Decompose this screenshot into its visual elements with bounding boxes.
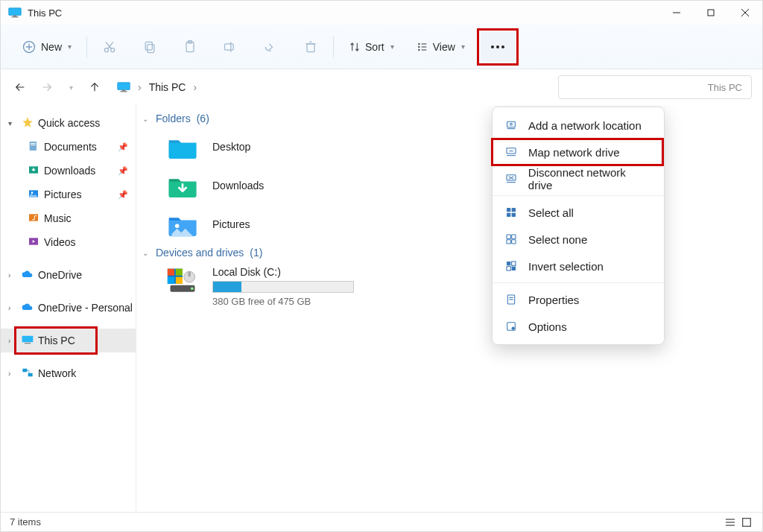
navigation-pane: ▾ Quick access Documents 📌 Downloads 📌 P… <box>1 105 136 512</box>
chevron-right-icon[interactable]: › <box>8 370 17 378</box>
menu-item-add-network-location[interactable]: Add a network location <box>493 112 664 139</box>
svg-rect-70 <box>507 235 510 238</box>
forward-button[interactable] <box>38 78 56 96</box>
svg-rect-67 <box>512 208 516 212</box>
svg-rect-1 <box>13 16 17 17</box>
select-none-icon <box>504 232 518 246</box>
chevron-down-icon: ▾ <box>68 42 72 51</box>
sidebar-item-onedrive[interactable]: › OneDrive <box>1 263 136 287</box>
menu-label: Select none <box>528 233 587 246</box>
folder-item-desktop[interactable]: Desktop <box>136 127 762 166</box>
sidebar-item-network[interactable]: › Network <box>1 361 136 385</box>
chevron-right-icon[interactable]: › <box>8 304 17 312</box>
sidebar-label: Pictures <box>44 189 82 200</box>
menu-separator <box>493 195 664 196</box>
drive-free-text: 380 GB free of 475 GB <box>212 296 354 307</box>
navigation-bar: ▾ › This PC › This PC <box>1 69 762 105</box>
recent-locations-button[interactable]: ▾ <box>65 78 77 96</box>
svg-point-23 <box>418 43 419 44</box>
drive-label: Local Disk (C:) <box>212 266 354 278</box>
menu-label: Select all <box>528 206 574 219</box>
menu-item-disconnect-network-drive[interactable]: Disconnect network drive <box>493 165 664 192</box>
menu-item-map-network-drive[interactable]: Map network drive <box>493 139 664 165</box>
sidebar-item-music[interactable]: Music <box>1 206 136 230</box>
up-button[interactable] <box>86 78 104 96</box>
sidebar-item-downloads[interactable]: Downloads 📌 <box>1 159 136 183</box>
toolbar-separator <box>86 37 87 57</box>
chevron-down-icon[interactable]: ⌄ <box>141 115 150 123</box>
documents-icon <box>28 140 39 154</box>
chevron-right-icon[interactable]: › <box>193 81 197 93</box>
folder-item-downloads[interactable]: Downloads <box>136 166 762 205</box>
folder-icon <box>166 132 199 162</box>
see-more-button[interactable] <box>481 32 515 62</box>
sort-button[interactable]: Sort ▾ <box>343 34 400 60</box>
group-count: (1) <box>250 247 262 259</box>
menu-label: Properties <box>528 294 579 306</box>
cloud-icon <box>22 301 34 315</box>
share-button[interactable] <box>257 34 284 60</box>
svg-rect-66 <box>507 208 510 212</box>
cut-button[interactable] <box>96 34 123 60</box>
chevron-right-icon[interactable]: › <box>138 81 142 93</box>
search-input[interactable]: This PC <box>558 75 752 99</box>
breadcrumb[interactable]: This PC <box>149 81 186 93</box>
svg-rect-68 <box>507 213 510 217</box>
address-bar[interactable]: › This PC › <box>113 81 549 93</box>
sidebar-label: Videos <box>44 236 76 248</box>
sidebar-item-quick-access[interactable]: ▾ Quick access <box>1 111 136 135</box>
content-area: ⌄ Folders (6) Desktop Downloads <box>136 105 762 512</box>
delete-button[interactable] <box>297 34 324 60</box>
star-icon <box>22 116 34 130</box>
svg-rect-14 <box>148 44 154 52</box>
chevron-down-icon: ▾ <box>390 42 394 51</box>
sidebar-item-documents[interactable]: Documents 📌 <box>1 135 136 159</box>
svg-point-59 <box>510 123 513 125</box>
menu-item-properties[interactable]: Properties <box>493 286 664 313</box>
large-icons-view-button[interactable] <box>740 516 753 528</box>
close-button[interactable] <box>728 1 762 25</box>
paste-button[interactable] <box>177 34 203 60</box>
details-view-button[interactable] <box>724 516 737 528</box>
network-icon <box>22 367 34 381</box>
invert-selection-icon <box>504 259 518 273</box>
menu-label: Disconnect network drive <box>528 166 652 191</box>
sidebar-item-pictures[interactable]: Pictures 📌 <box>1 183 136 206</box>
svg-rect-20 <box>307 43 314 51</box>
highlight-annotation <box>14 326 98 355</box>
menu-item-options[interactable]: Options <box>493 313 664 340</box>
window-title: This PC <box>28 7 62 19</box>
folder-label: Downloads <box>212 180 264 191</box>
command-bar: New ▾ Sort ▾ View ▾ <box>1 25 762 69</box>
view-label: View <box>433 41 455 53</box>
group-header-drives[interactable]: ⌄ Devices and drives (1) <box>136 244 762 262</box>
sidebar-label: Documents <box>44 141 97 153</box>
new-button[interactable]: New ▾ <box>16 34 77 60</box>
menu-item-select-none[interactable]: Select none <box>493 226 664 253</box>
menu-item-invert-selection[interactable]: Invert selection <box>493 253 664 279</box>
svg-rect-35 <box>30 142 37 151</box>
rename-button[interactable] <box>217 34 244 60</box>
group-header-folders[interactable]: ⌄ Folders (6) <box>136 110 762 127</box>
sidebar-label: Quick access <box>38 117 100 129</box>
options-icon <box>504 320 518 333</box>
chevron-right-icon[interactable]: › <box>8 271 17 279</box>
back-button[interactable] <box>11 78 29 96</box>
menu-separator <box>493 282 664 283</box>
new-label: New <box>41 41 62 53</box>
sidebar-item-onedrive-personal[interactable]: › OneDrive - Personal <box>1 296 136 320</box>
minimize-button[interactable] <box>659 1 694 25</box>
folder-item-pictures[interactable]: Pictures <box>136 205 762 244</box>
chevron-down-icon[interactable]: ▾ <box>8 119 17 127</box>
view-button[interactable]: View ▾ <box>411 34 471 60</box>
copy-button[interactable] <box>136 34 163 60</box>
svg-rect-45 <box>22 368 27 372</box>
drive-item-local-disk-c[interactable]: Local Disk (C:) 380 GB free of 475 GB <box>136 262 762 311</box>
menu-label: Invert selection <box>528 260 604 273</box>
videos-icon <box>28 235 39 250</box>
maximize-button[interactable] <box>694 1 728 25</box>
chevron-down-icon[interactable]: ⌄ <box>141 249 150 257</box>
menu-item-select-all[interactable]: Select all <box>493 199 664 226</box>
group-label: Devices and drives <box>156 247 244 259</box>
sidebar-item-videos[interactable]: Videos <box>1 230 136 254</box>
